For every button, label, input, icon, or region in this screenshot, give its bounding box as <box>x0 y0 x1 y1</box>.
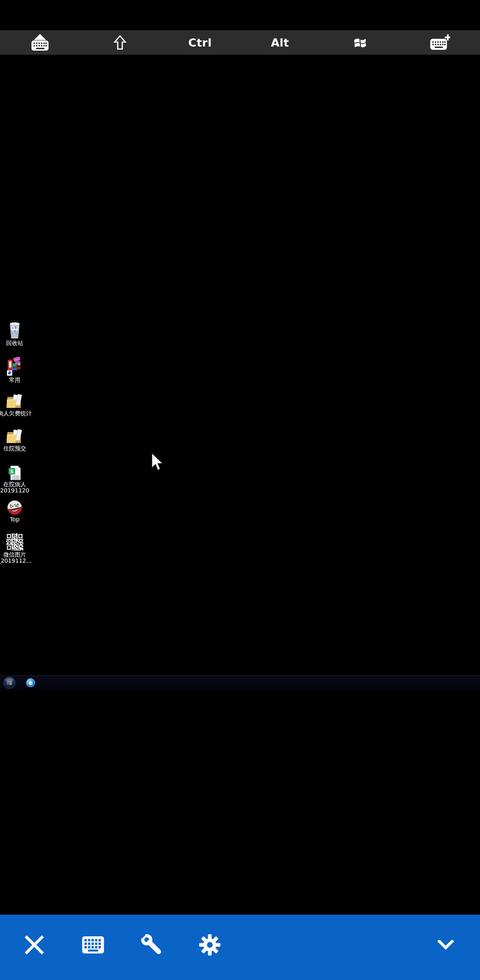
shift-key-button[interactable] <box>80 30 160 55</box>
remote-taskbar: e <box>0 675 480 690</box>
remote-desktop-screen[interactable]: Ctrl Alt <box>0 0 480 980</box>
collapse-toolbar-button[interactable] <box>438 940 454 950</box>
alt-key-label: Alt <box>271 36 289 49</box>
keyboard-add-icon <box>430 34 450 51</box>
svg-text:e: e <box>29 679 33 686</box>
keyboard-hide-icon <box>31 33 49 51</box>
add-keyboard-button[interactable] <box>400 30 480 55</box>
desktop-icon-label: 20191120 <box>0 488 29 494</box>
desktop-icon-label: 常用 <box>9 377 20 383</box>
svg-text:S: S <box>10 468 13 474</box>
folder-icon <box>7 429 23 444</box>
show-keyboard-button[interactable] <box>82 936 104 953</box>
wrench-icon <box>140 934 162 956</box>
settings-button[interactable] <box>199 934 220 956</box>
alt-key-button[interactable]: Alt <box>240 30 320 55</box>
qr-code-icon <box>6 533 23 550</box>
recycle-bin-icon <box>8 321 21 339</box>
desktop-icon-label: 在院病人 <box>3 481 26 488</box>
tools-button[interactable] <box>140 934 162 956</box>
windows-start-button[interactable] <box>3 677 16 689</box>
hide-keyboard-button[interactable] <box>0 30 80 55</box>
ctrl-key-label: Ctrl <box>188 36 211 49</box>
windows-logo-icon <box>352 35 368 50</box>
windows-key-button[interactable] <box>320 30 400 55</box>
app-blocks-icon <box>7 357 23 376</box>
desktop-icon-changyong[interactable]: 常用 <box>0 357 33 383</box>
shift-arrow-icon <box>113 35 127 50</box>
desktop-icon-label: 回收站 <box>6 340 23 346</box>
desktop-icon-label: 微信图片 <box>3 552 26 558</box>
ctrl-key-button[interactable]: Ctrl <box>160 30 240 55</box>
close-session-button[interactable] <box>23 934 45 956</box>
desktop-icon-label: 病人欠费统计 <box>0 410 32 416</box>
top-ball-icon <box>7 500 22 515</box>
desktop-icon-recycle-bin[interactable]: 回收站 <box>0 321 33 346</box>
desktop-icon-label: _2019112... <box>0 558 31 564</box>
desktop-icon-wechat-qr[interactable]: 微信图片 _2019112... <box>0 533 33 564</box>
desktop-icon-top[interactable]: Top <box>0 500 33 523</box>
close-x-icon <box>23 934 45 956</box>
keyboard-icon <box>82 936 104 953</box>
desktop-icon-label: 住院预交 <box>3 445 26 452</box>
mouse-cursor <box>151 452 164 472</box>
folder-icon <box>7 394 23 409</box>
desktop-icon-folder-arrears[interactable]: 病人欠费统计 <box>0 394 33 416</box>
modifier-key-toolbar: Ctrl Alt <box>0 30 480 55</box>
desktop-icon-folder-prepay[interactable]: 住院预交 <box>0 429 33 452</box>
chevron-down-icon <box>438 940 454 950</box>
desktop-icon-spreadsheet[interactable]: S 在院病人 20191120 <box>0 466 33 494</box>
gear-icon <box>199 934 220 956</box>
client-action-bar <box>0 915 480 980</box>
spreadsheet-file-icon: S <box>8 466 21 480</box>
browser-taskbar-icon[interactable]: e <box>26 678 35 687</box>
desktop-icon-label: Top <box>10 517 20 523</box>
